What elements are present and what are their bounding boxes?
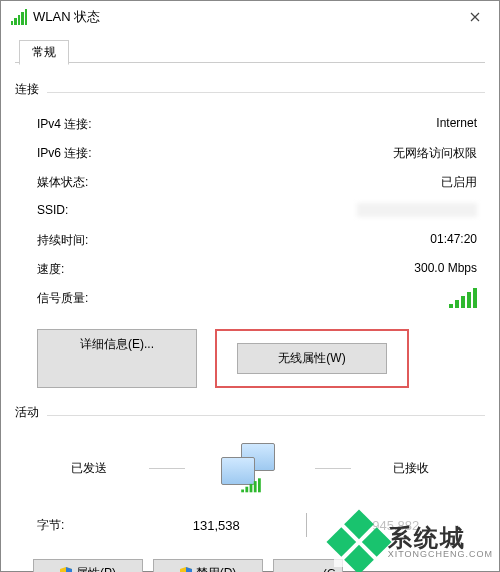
watermark: 系统城 XITONGCHENG.COM [334, 517, 495, 567]
received-label: 已接收 [381, 460, 441, 477]
ssid-value [167, 203, 485, 220]
network-icon [215, 443, 285, 493]
properties-label: 属性(P) [76, 565, 116, 572]
ipv6-value: 无网络访问权限 [167, 145, 485, 162]
tab-general[interactable]: 常规 [19, 40, 69, 65]
connection-buttons: 详细信息(E)... 无线属性(W) [15, 317, 485, 394]
diagnose-label: (G [323, 567, 336, 573]
ipv4-value: Internet [167, 116, 485, 133]
content-area: 常规 连接 IPv4 连接: Internet IPv6 连接: 无网络访问权限… [1, 33, 499, 572]
speed-value: 300.0 Mbps [167, 261, 485, 278]
row-media: 媒体状态: 已启用 [15, 168, 485, 197]
media-label: 媒体状态: [37, 174, 167, 191]
close-icon [470, 12, 480, 22]
row-ssid: SSID: [15, 197, 485, 226]
disable-button[interactable]: 禁用(D) [153, 559, 263, 572]
ipv4-label: IPv4 连接: [37, 116, 167, 133]
details-button[interactable]: 详细信息(E)... [37, 329, 197, 388]
row-ipv6: IPv6 连接: 无网络访问权限 [15, 139, 485, 168]
signal-strength-icon [449, 290, 477, 308]
speed-label: 速度: [37, 261, 167, 278]
shield-icon [180, 567, 192, 573]
ssid-label: SSID: [37, 203, 167, 220]
duration-value: 01:47:20 [167, 232, 485, 249]
highlight-box: 无线属性(W) [215, 329, 409, 388]
diagnose-button[interactable]: (G [273, 559, 343, 572]
ssid-blurred [357, 203, 477, 217]
bytes-label: 字节: [37, 517, 127, 534]
row-ipv4: IPv4 连接: Internet [15, 110, 485, 139]
media-value: 已启用 [167, 174, 485, 191]
row-speed: 速度: 300.0 Mbps [15, 255, 485, 284]
row-duration: 持续时间: 01:47:20 [15, 226, 485, 255]
titlebar: WLAN 状态 [1, 1, 499, 33]
wlan-status-window: WLAN 状态 常规 连接 IPv4 连接: Internet IPv6 连接:… [0, 0, 500, 572]
quality-value [167, 290, 485, 311]
activity-label: 活动 [15, 404, 39, 421]
watermark-url: XITONGCHENG.COM [388, 550, 493, 559]
duration-label: 持续时间: [37, 232, 167, 249]
connection-label: 连接 [15, 81, 39, 98]
watermark-name: 系统城 [388, 526, 493, 550]
bytes-sent: 131,538 [127, 518, 306, 533]
sent-label: 已发送 [59, 460, 119, 477]
wireless-properties-button[interactable]: 无线属性(W) [237, 343, 387, 374]
close-button[interactable] [452, 2, 497, 32]
activity-graphic: 已发送 已接收 [15, 427, 485, 505]
properties-button[interactable]: 属性(P) [33, 559, 143, 572]
window-title: WLAN 状态 [33, 8, 452, 26]
disable-label: 禁用(D) [196, 565, 237, 572]
quality-label: 信号质量: [37, 290, 167, 311]
tab-bar: 常规 [15, 39, 485, 63]
wifi-icon [11, 9, 27, 25]
signal-mini-icon [241, 480, 261, 493]
row-signal-quality: 信号质量: [15, 284, 485, 317]
ipv6-label: IPv6 连接: [37, 145, 167, 162]
connection-section: 连接 IPv4 连接: Internet IPv6 连接: 无网络访问权限 媒体… [15, 81, 485, 394]
watermark-logo-icon [326, 509, 391, 572]
shield-icon [60, 567, 72, 573]
